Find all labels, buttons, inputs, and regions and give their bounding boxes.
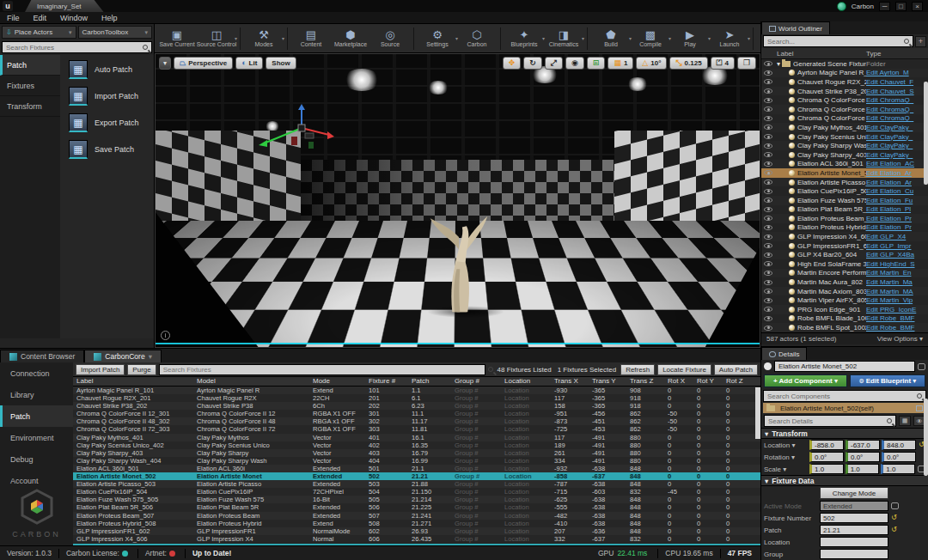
- fixture-table-row[interactable]: Ayrton Magic Panel R_101Ayrton Magic Pan…: [73, 387, 760, 394]
- outliner-row[interactable]: Clay Paky Sharpy_403Edit ClayPaky_: [761, 150, 928, 160]
- column-header-patch[interactable]: Patch: [408, 377, 451, 386]
- outliner-edit-link[interactable]: Edit Elation_Fu: [866, 197, 928, 204]
- toolbox-tab-fixtures[interactable]: Fixtures: [0, 76, 60, 96]
- eye-icon[interactable]: [764, 170, 772, 175]
- outliner-edit-link[interactable]: Edit Elation_Pr: [866, 223, 928, 231]
- outliner-edit-link[interactable]: Edit Ayrton_M: [866, 69, 928, 76]
- outliner-row[interactable]: PRG Icon Edge_901Edit PRG_IconE: [761, 305, 928, 314]
- search-details-input[interactable]: Search Details: [764, 415, 896, 427]
- revert-icon[interactable]: ↺: [891, 527, 898, 533]
- fixture-table-row[interactable]: Elation Fuze Wash 575_505Elation Fuze Wa…: [73, 496, 760, 503]
- refresh-button[interactable]: Refresh: [620, 364, 655, 375]
- rotation-y-field[interactable]: 0.0°: [846, 452, 880, 462]
- eye-icon[interactable]: [764, 326, 772, 331]
- toolbar-button-compile[interactable]: ▩Compile▾: [632, 28, 669, 48]
- fixture-data-section-header[interactable]: ▾Fixture Data: [761, 475, 928, 486]
- eye-icon[interactable]: [764, 107, 772, 112]
- menu-file[interactable]: File: [7, 14, 20, 22]
- perspective-button[interactable]: ⏢Perspective: [174, 57, 233, 70]
- toolbar-button-blueprints[interactable]: ✦Blueprints▾: [505, 28, 543, 48]
- outliner-row[interactable]: GLP ImpressionFR1_602Edit GLP_Impr: [761, 241, 928, 251]
- viewport-options-button[interactable]: ▾: [159, 57, 171, 70]
- fixture-table-row[interactable]: Elation Plat Beam 5R_506Elation Plat Bea…: [73, 503, 760, 511]
- column-header-trans-y[interactable]: Trans Y: [589, 377, 626, 386]
- fixture-table-row[interactable]: Clay Paky Scenius Unico_402Clay Paky Sce…: [73, 441, 760, 449]
- auto-patch-button[interactable]: Auto Patch: [714, 364, 758, 375]
- eye-icon[interactable]: [764, 180, 772, 185]
- eye-icon[interactable]: [764, 316, 772, 321]
- fixture-table-row[interactable]: Elation ACL 360i_501Elation ACL 360iExte…: [73, 465, 760, 472]
- location-y-field[interactable]: -637.0: [846, 440, 880, 450]
- outliner-edit-link[interactable]: Edit Elation_Ar: [866, 179, 928, 186]
- expand-arrow-icon[interactable]: ▾: [777, 60, 780, 68]
- scale-x-field[interactable]: 1.0: [809, 464, 844, 474]
- eye-icon[interactable]: [764, 152, 772, 157]
- maximize-viewport-button[interactable]: ❐: [737, 57, 756, 70]
- eye-icon[interactable]: [764, 261, 772, 266]
- outliner-edit-link[interactable]: Edit HighEnd_S: [866, 260, 928, 268]
- outliner-row[interactable]: Chauvet Rogue R2X_201Edit Chauvet_F: [761, 77, 928, 87]
- outliner-row[interactable]: Clay Paky Scenius Unico_4Edit ClayPaky_: [761, 132, 928, 142]
- toolbox-item-export-patch[interactable]: ▦Export Patch: [69, 113, 154, 132]
- outliner-row[interactable]: Elation Proteus Beam_507Edit Elation_Pr: [761, 214, 928, 223]
- fixture-table-row[interactable]: Clay Paky Sharpy Wash_404Clay Paky Sharp…: [73, 457, 760, 465]
- outliner-row[interactable]: ▾Generated Scene FixturesFolder: [761, 59, 928, 69]
- outliner-row[interactable]: Elation Artiste Picasso_503Edit Elation_…: [761, 178, 928, 187]
- outliner-row[interactable]: Chroma Q ColorForce II 48_Edit ChromaQ_: [761, 105, 928, 114]
- toolbar-button-source[interactable]: ◎Source: [371, 28, 409, 48]
- outliner-row[interactable]: Elation CuePix16IP_504Edit Elation_Cu: [761, 186, 928, 196]
- eye-icon[interactable]: [764, 125, 772, 130]
- column-header-rot-y[interactable]: Rot Y: [693, 377, 723, 386]
- outliner-edit-link[interactable]: Edit Martin_En: [866, 269, 928, 277]
- menu-edit[interactable]: Edit: [34, 14, 47, 22]
- eye-icon[interactable]: [764, 198, 772, 203]
- menu-window[interactable]: Window: [60, 14, 88, 22]
- eye-icon[interactable]: [764, 161, 772, 167]
- tab-content-browser[interactable]: Content Browser: [0, 350, 84, 362]
- toolbar-button-marketplace[interactable]: ⬢Marketplace: [332, 28, 369, 48]
- view-options-button[interactable]: View Options ▾: [877, 335, 923, 343]
- toolbar-button-play[interactable]: ▶Play▾: [671, 28, 709, 48]
- outliner-edit-link[interactable]: Edit Martin_Vip: [866, 296, 928, 304]
- rotation-z-field[interactable]: 0.0°: [882, 452, 916, 462]
- world-outliner-tab[interactable]: World Outliner: [761, 21, 830, 34]
- outliner-row[interactable]: Elation ACL 360i_501Edit Elation_AC: [761, 160, 928, 169]
- outliner-row[interactable]: Martin Mac Aura_802Edit Martin_Ma: [761, 277, 928, 287]
- fixture-table-row[interactable]: Clay Paky Mythos_401Clay Paky MythosVect…: [73, 434, 760, 441]
- eye-icon[interactable]: [764, 61, 772, 66]
- fixture-table-row[interactable]: Chauvet Rogue R2X_201Chauvet Rogue R2X22…: [73, 394, 760, 402]
- fixture-table-row[interactable]: Chroma Q ColorForce II 48_302Chroma Q Co…: [73, 417, 760, 425]
- eye-icon[interactable]: [764, 234, 772, 240]
- outliner-edit-link[interactable]: Edit Robe_BMF: [866, 314, 928, 322]
- transform-section-header[interactable]: ▾Transform: [761, 428, 928, 439]
- eye-icon[interactable]: [764, 134, 772, 139]
- eye-icon[interactable]: [764, 280, 772, 285]
- outliner-edit-link[interactable]: Edit ClayPaky_: [866, 133, 928, 141]
- toolbox-item-save-patch[interactable]: ▦Save Patch: [69, 140, 154, 159]
- revert-icon[interactable]: ↺: [891, 514, 898, 521]
- fixture-table-row[interactable]: GLP ImpressionFR1_602GLP ImpressionFR1No…: [73, 527, 760, 535]
- toolbox-item-import-patch[interactable]: ▦Import Patch: [69, 87, 154, 106]
- scale-y-field[interactable]: 1.0: [846, 464, 880, 474]
- outliner-edit-link[interactable]: Edit Elation_Cu: [866, 187, 928, 195]
- outliner-edit-link[interactable]: Edit Elation_Ar: [866, 169, 928, 177]
- column-header-mode[interactable]: Mode: [309, 377, 365, 386]
- outliner-edit-link[interactable]: Edit Elation_Pl: [866, 205, 928, 213]
- eye-icon[interactable]: [764, 189, 772, 194]
- column-header-label[interactable]: Label: [73, 377, 193, 386]
- eye-icon[interactable]: [764, 289, 772, 294]
- fixture-table-row[interactable]: Chroma Q ColorForce II 72_303Chroma Q Co…: [73, 425, 760, 433]
- toolbox-search-input[interactable]: Search Fixtures: [2, 41, 152, 53]
- nav-library[interactable]: Library: [0, 384, 73, 405]
- place-actors-dropdown[interactable]: ⇩ Place Actors ▾: [2, 26, 76, 39]
- change-mode-button[interactable]: Change Mode: [820, 487, 888, 499]
- fixture-table-row[interactable]: Elation CuePix16IP_504Elation CuePix16IP…: [73, 488, 760, 496]
- toolbar-button-modes[interactable]: ⚒Modes▾: [245, 28, 283, 48]
- outliner-row[interactable]: Ayrton Magic Panel R_101Edit Ayrton_M: [761, 69, 928, 78]
- fixture-table-row[interactable]: Elation Artiste Monet_502Elation Artiste…: [73, 472, 760, 480]
- details-grid-button[interactable]: ▦: [899, 416, 911, 426]
- scale-z-field[interactable]: 1.0: [881, 464, 915, 474]
- angle-snap-button[interactable]: △10°: [636, 57, 667, 70]
- fixture-search-input[interactable]: Search Fixtures: [159, 364, 485, 375]
- column-header-group[interactable]: Group #: [451, 377, 501, 386]
